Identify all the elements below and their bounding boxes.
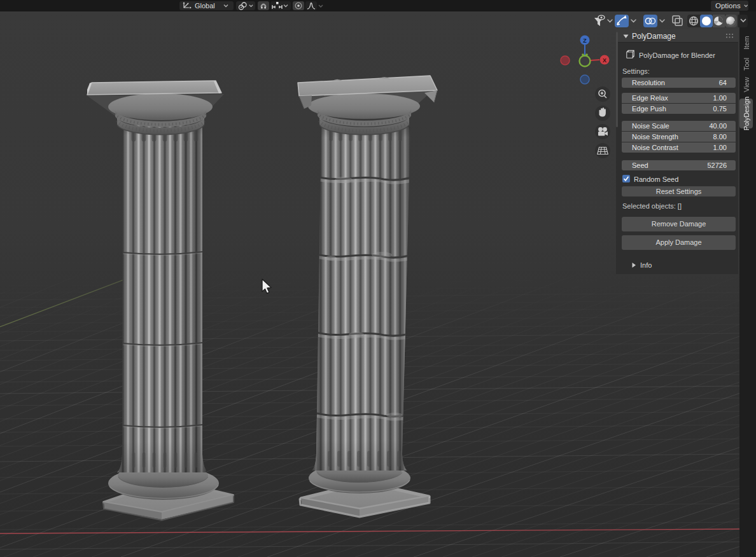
svg-text:X: X [603,57,606,64]
svg-text:Z: Z [583,38,587,44]
